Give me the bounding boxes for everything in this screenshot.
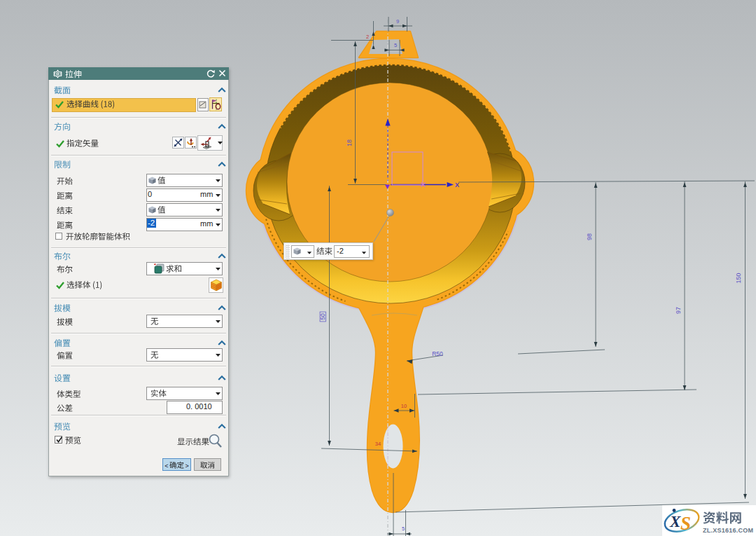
svg-text:X: X: [669, 513, 681, 530]
svg-text:10: 10: [401, 403, 407, 409]
svg-text:R50: R50: [432, 350, 443, 357]
svg-text:9: 9: [396, 18, 399, 25]
svg-text:98: 98: [586, 233, 593, 240]
svg-text:X: X: [455, 181, 459, 188]
svg-text:S: S: [680, 513, 691, 534]
svg-text:150: 150: [735, 273, 742, 283]
svg-text:97: 97: [675, 307, 682, 314]
svg-text:5: 5: [402, 525, 405, 532]
svg-text:2: 2: [366, 34, 369, 40]
svg-text:18: 18: [346, 139, 353, 146]
svg-text:50: 50: [319, 313, 326, 320]
svg-text:5: 5: [394, 42, 397, 48]
svg-text:34: 34: [375, 441, 381, 447]
